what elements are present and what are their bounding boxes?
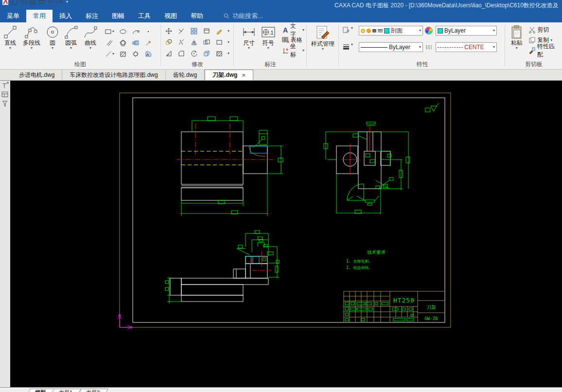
point-button[interactable] [142,28,155,36]
side-icon-library[interactable] [1,91,9,98]
doc-tab-stepper-motor[interactable]: 步进电机.dwg [12,70,62,80]
color-wheel-button[interactable] [425,27,433,35]
fit-curve-button[interactable] [129,28,142,36]
color-combo[interactable]: ByLayer ▾ [436,26,497,36]
undo-icon[interactable] [48,0,54,5]
text-sector-button[interactable]: A [142,50,155,58]
doc-tab-circuit-diagram[interactable]: 车床数控改造设计电路原理图.dwg [62,70,165,80]
group-caption-modify: 修改 [162,60,232,69]
group-caption-annotate: 标注 [235,60,305,69]
trim-button[interactable] [175,27,188,35]
modify-row2-dropdown[interactable]: ▾ [226,40,231,44]
layout-tab-layout1[interactable]: 布局1 [51,389,82,392]
text-icon: A [282,26,289,34]
sketch-line-button[interactable]: ▾ [102,50,117,58]
gear-button[interactable] [129,50,142,58]
doc-tab-gear[interactable]: 齿轮.dwg [166,70,205,80]
menu-item-help[interactable]: 帮助 [184,10,210,22]
layer-print-icon [378,29,383,33]
spline-button[interactable]: 曲线▾ [81,25,100,50]
match-properties-button[interactable]: 特性匹配 [527,45,561,55]
arc-button[interactable]: 圆弧▾ [61,25,81,50]
rectangle-button[interactable]: ▾ [102,28,117,36]
menu-item-insert[interactable]: 插入 [53,10,79,22]
menu-item-sheet[interactable]: 图幅 [105,10,131,22]
menu-item-view[interactable]: 视图 [158,10,184,22]
close-icon[interactable]: × [242,71,246,79]
linetype-manager-button[interactable] [425,43,433,51]
qat-dropdown-icon[interactable]: ▾ [66,0,68,4]
layer-combo[interactable]: 剖面 ▾ [359,26,423,36]
line-icon [3,25,18,39]
mirror-button[interactable] [188,38,200,46]
solid-box-button[interactable] [200,50,213,57]
symbol-button[interactable]: .1 符号▾ [259,25,278,50]
style-manager-button[interactable]: 样式管理▾ [309,25,337,51]
function-search[interactable]: 功能搜索... [224,10,263,22]
hatch-button[interactable] [117,50,129,58]
open-file-icon[interactable] [20,0,27,5]
dimension-button[interactable]: 尺寸▾ [239,25,259,50]
circle-button[interactable]: 圆▾ [44,25,61,50]
symbol-icon: .1 [261,25,276,39]
line-button[interactable]: 直线▾ [1,25,19,50]
svg-text:2. 锐边倒钝.: 2. 锐边倒钝. [346,266,371,270]
coordinate-button[interactable]: 坐标▾ [281,45,305,55]
svg-text:A: A [146,53,149,57]
linetype2-combo[interactable]: CENTE ▾ [436,42,497,52]
chamfer-button[interactable] [175,50,188,57]
layout-tab-model[interactable]: 模型 [26,389,54,392]
linetype-combo[interactable]: ByLayer ▾ [359,42,423,52]
menu-item-menu[interactable]: 菜单 [0,10,26,22]
erase-button[interactable] [213,27,226,35]
ribbon-group-modify: ▾ ▾ ▾ 修改 [162,22,232,70]
layout-tab-bar: 模型 布局1 布局2 [0,387,562,392]
current-color-swatch [438,28,443,34]
redo-icon[interactable] [57,0,63,5]
modify-row3-dropdown[interactable]: ▾ [226,52,231,55]
ellipse-button[interactable] [117,28,129,36]
parallel-line-button[interactable] [102,39,117,47]
menu-item-home[interactable]: 常用 [26,10,53,22]
insert-block-button[interactable]: ▾ [342,26,353,34]
bolt-part-button[interactable] [129,39,142,47]
doc-tab-tool-post[interactable]: 刀架.dwg × [205,70,253,80]
offset-button[interactable] [162,38,175,46]
move-button[interactable] [162,27,175,35]
clip-button[interactable] [200,27,213,35]
menu-item-annotate[interactable]: 标注 [79,10,105,22]
title-bar: ▾ CAXA CAD 电子图板 2020 - [D:\360MoveData\U… [0,0,562,10]
layout-tab-layout2[interactable]: 布局2 [77,389,108,392]
stretch-button[interactable] [200,38,213,46]
layer-color-swatch [384,28,389,34]
arc-icon [64,25,78,39]
scale-button[interactable] [162,50,175,57]
paste-button[interactable]: 粘贴▾ [508,25,526,50]
ribbon-group-properties: ▾ ▾ 剖面 ▾ ByLayer ▾ ByLayer ▾ [340,22,505,70]
cut-button[interactable]: 剪切 [527,25,561,35]
lineweight-icon [342,43,350,51]
drawing-canvas[interactable]: 技术要求 1. 去除毛刺. 2. 锐边倒钝. [10,81,562,387]
menu-item-tools[interactable]: 工具 [131,10,158,22]
print-icon[interactable] [38,0,45,5]
save-icon[interactable] [30,0,35,5]
side-icon-text-tool[interactable] [1,82,9,89]
text-button[interactable]: A 文字▾ [281,25,305,35]
pick-arrow-button[interactable] [142,39,155,47]
scale-box-button[interactable] [213,38,226,46]
modify-row1-dropdown[interactable]: ▾ [226,29,231,33]
surface-roughness-symbol [425,103,439,112]
polygon-button[interactable] [117,39,129,47]
circle-icon [45,25,60,39]
break-button[interactable] [175,38,188,46]
rotate-button[interactable] [188,50,200,57]
array-button[interactable] [188,27,200,35]
side-icon-filter[interactable] [1,100,9,107]
svg-text:A: A [283,26,288,34]
lineweight-button[interactable]: ▾ [342,43,353,51]
hatch-edit-button[interactable] [213,50,226,57]
polyline-button[interactable]: 多段线▾ [19,25,44,50]
layer-lock-icon [372,29,376,33]
new-file-icon[interactable] [12,0,18,5]
search-placeholder: 功能搜索... [232,12,263,20]
